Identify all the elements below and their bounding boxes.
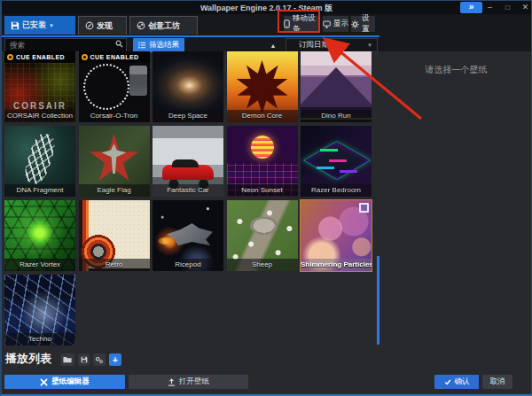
wallpaper-tile[interactable]: Fantastic Car	[153, 126, 223, 197]
floppy-icon	[11, 21, 20, 30]
expand-button[interactable]: »	[460, 2, 482, 13]
window-title: Wallpaper Engine 2.0.17 - Steam 版	[2, 3, 531, 14]
wallpaper-title: Ricepod	[153, 259, 223, 271]
playlist-add-button[interactable]: +	[109, 353, 121, 366]
wallpaper-title: Techno	[4, 333, 75, 346]
tab-installed[interactable]: 已安装 ▼	[4, 16, 75, 35]
wallpaper-title: Sheep	[227, 259, 298, 271]
wallpaper-tile[interactable]: CUE ENABLED Corsair-O-Tron	[79, 51, 150, 122]
chevron-down-icon: ▼	[49, 23, 54, 28]
sort-dropdown-value: 订阅日期	[299, 40, 329, 50]
grid-scrollbar-thumb[interactable]	[377, 256, 379, 345]
open-wallpaper-label: 打开壁纸	[179, 377, 209, 387]
playlist-label: 播放列表	[5, 351, 51, 367]
wallpaper-tile[interactable]: Demon Core	[227, 51, 298, 122]
wallpaper-title: Dino Run	[301, 110, 372, 122]
tab-discover-label: 发现	[97, 20, 113, 32]
tab-workshop-label: 创意工坊	[148, 20, 180, 32]
confirm-button[interactable]: 确认	[434, 375, 479, 389]
folder-icon	[63, 356, 72, 363]
wallpaper-title: Razer Vortex	[4, 259, 75, 271]
settings-label: 设置	[362, 13, 375, 35]
tab-installed-label: 已安装	[22, 19, 46, 31]
cue-enabled-badge: CUE ENABLED	[4, 51, 75, 63]
search-icon	[115, 40, 123, 48]
wallpaper-editor-label: 壁纸编辑器	[51, 377, 90, 387]
wallpaper-tile[interactable]: Shimmering Particles	[301, 200, 372, 271]
tab-workshop[interactable]: 创意工坊	[129, 16, 198, 35]
wallpaper-tile[interactable]: DNA Fragment	[4, 126, 75, 197]
playlist-save-button[interactable]	[78, 353, 90, 366]
cancel-button[interactable]: 取消	[482, 375, 512, 389]
thumbnail-overlay-text: CORSAIR	[4, 101, 75, 111]
search-input[interactable]	[4, 38, 127, 52]
open-wallpaper-button[interactable]: 打开壁纸	[129, 375, 248, 389]
wallpaper-tile[interactable]: Neon Sunset	[227, 126, 298, 197]
discover-icon	[85, 21, 94, 30]
playlist-settings-button[interactable]	[93, 353, 106, 366]
wallpaper-engine-window: Wallpaper Engine 2.0.17 - Steam 版 » – □ …	[0, 0, 532, 396]
upload-icon	[168, 378, 176, 386]
minimize-button[interactable]: –	[483, 2, 497, 13]
wallpaper-title: Shimmering Particles	[301, 259, 372, 271]
wallpaper-tile[interactable]: CUE ENABLED CORSAIR CORSAIR Collection	[4, 51, 75, 122]
wallpaper-title: Fantastic Car	[153, 184, 223, 197]
sort-dropdown[interactable]: 订阅日期 ▼	[286, 38, 378, 52]
wallpaper-title: Eagle Flag	[79, 184, 150, 197]
chevron-down-icon: ▼	[367, 43, 372, 48]
select-wallpaper-hint: 请选择一个壁纸	[383, 64, 529, 76]
playlist-open-button[interactable]	[60, 353, 74, 366]
tile-checkbox[interactable]	[359, 203, 369, 213]
wallpaper-tile[interactable]: Razer Vortex	[4, 200, 75, 271]
wallpaper-grid: CUE ENABLED CORSAIR CORSAIR Collection C…	[4, 51, 375, 346]
gear-icon	[351, 20, 359, 28]
wallpaper-tile[interactable]: Razer Bedroom	[301, 126, 372, 197]
wallpaper-title: DNA Fragment	[4, 184, 75, 197]
monitor-icon	[323, 20, 331, 28]
cue-ring-icon	[7, 54, 13, 60]
wallpaper-tile[interactable]: Ricepod	[153, 200, 223, 271]
maximize-button[interactable]: □	[501, 2, 514, 13]
check-icon	[444, 378, 451, 385]
filter-results-label: 筛选结果	[149, 40, 179, 50]
gears-icon	[95, 356, 104, 364]
filter-results-button[interactable]: 筛选结果	[133, 38, 184, 52]
wallpaper-tile[interactable]: Deep Space	[153, 51, 223, 122]
wallpaper-title: Retro	[79, 259, 150, 271]
cancel-label: 取消	[490, 377, 505, 387]
wallpaper-title: CORSAIR Collection	[4, 110, 75, 122]
settings-button[interactable]: 设置	[351, 16, 375, 32]
editor-tools-icon	[40, 378, 48, 386]
wallpaper-tile[interactable]: Sheep	[227, 200, 298, 271]
tab-discover[interactable]: 发现	[78, 16, 127, 35]
wallpaper-editor-button[interactable]: 壁纸编辑器	[4, 375, 125, 389]
titlebar: Wallpaper Engine 2.0.17 - Steam 版 » – □ …	[2, 1, 531, 14]
steam-icon	[137, 21, 145, 30]
display-label: 显示	[333, 19, 348, 29]
wallpaper-title: Corsair-O-Tron	[79, 110, 150, 122]
wallpaper-title: Neon Sunset	[227, 184, 298, 197]
wallpaper-tile[interactable]: Techno	[4, 275, 75, 346]
wallpaper-title: Deep Space	[153, 110, 223, 122]
wallpaper-title: Demon Core	[227, 110, 298, 122]
wallpaper-tile[interactable]: Dino Run	[301, 51, 372, 122]
filter-list-icon	[138, 42, 146, 49]
save-icon	[81, 356, 88, 363]
cue-ring-icon	[82, 54, 88, 60]
wallpaper-title: Razer Bedroom	[301, 184, 372, 197]
sort-ascending-button[interactable]: ▲	[265, 38, 281, 52]
wallpaper-tile[interactable]: Eagle Flag	[79, 126, 150, 197]
display-button[interactable]: 显示	[323, 16, 348, 32]
close-button[interactable]: ✕	[519, 2, 532, 13]
wallpaper-tile[interactable]: Retro	[79, 200, 150, 271]
confirm-label: 确认	[455, 377, 470, 387]
cue-enabled-badge: CUE ENABLED	[79, 51, 150, 63]
annotation-highlight-box	[278, 10, 320, 33]
active-tab-underline	[2, 35, 379, 37]
